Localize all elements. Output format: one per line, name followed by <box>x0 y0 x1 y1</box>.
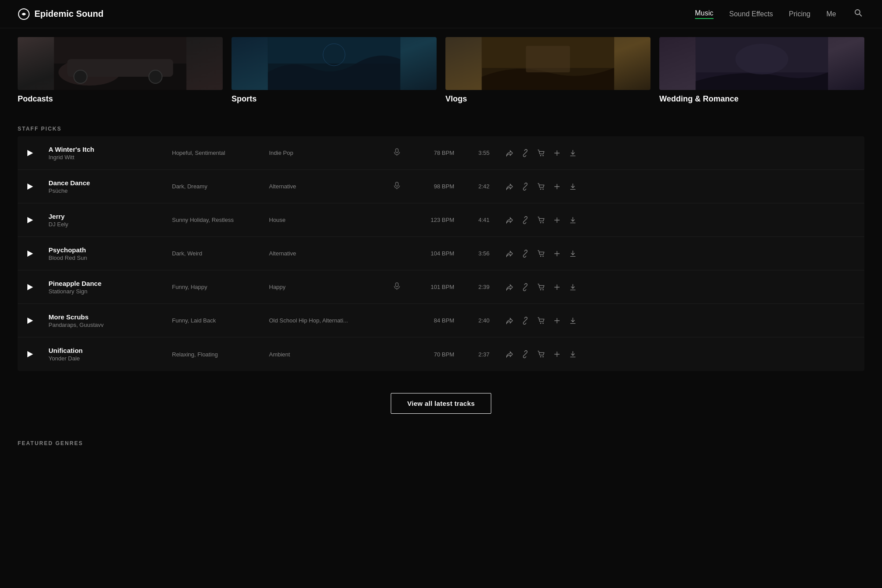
track-genre-5: Old School Hip Hop, Alternati... <box>269 317 384 324</box>
share-button-1[interactable] <box>505 182 514 191</box>
svg-point-40 <box>540 289 542 290</box>
track-artist-0: Ingrid Witt <box>49 154 172 161</box>
track-info-4: Pineapple Dance Stationary Sign <box>49 280 172 295</box>
staff-picks-section: STAFF PICKS A Winter's Itch Ingrid Witt … <box>0 121 882 380</box>
svg-rect-38 <box>396 283 398 287</box>
add-button-6[interactable] <box>552 349 562 359</box>
track-mood-5: Funny, Laid Back <box>172 317 269 324</box>
track-title-2: Jerry <box>49 213 172 220</box>
category-label-vlogs: Vlogs <box>445 94 650 104</box>
featured-genres-section: FEATURED GENRES <box>0 436 882 460</box>
cart-button-6[interactable] <box>536 349 546 359</box>
share-button-4[interactable] <box>505 282 514 292</box>
add-button-2[interactable] <box>552 215 562 225</box>
table-row[interactable]: Unification Yonder Dale Relaxing, Floati… <box>18 337 864 371</box>
vlogs-thumb-image <box>445 37 650 90</box>
svg-point-20 <box>540 155 542 156</box>
download-button-0[interactable] <box>568 148 578 158</box>
track-mood-6: Relaxing, Floating <box>172 351 269 358</box>
search-button[interactable] <box>852 7 864 21</box>
track-actions-0 <box>490 148 578 158</box>
track-actions-5 <box>490 316 578 326</box>
play-icon <box>27 184 33 190</box>
svg-rect-14 <box>526 46 570 72</box>
link-button-5[interactable] <box>520 316 530 326</box>
nav-link-pricing[interactable]: Pricing <box>789 10 811 18</box>
svg-point-7 <box>74 70 87 83</box>
play-button-5[interactable] <box>22 313 38 329</box>
track-actions-6 <box>490 349 578 359</box>
track-genre-0: Indie Pop <box>269 150 384 156</box>
play-button-4[interactable] <box>22 279 38 295</box>
add-button-1[interactable] <box>552 182 562 191</box>
track-artist-1: Psüche <box>49 187 172 194</box>
add-button-3[interactable] <box>552 249 562 258</box>
link-button-0[interactable] <box>520 148 530 158</box>
category-card-vlogs[interactable]: Vlogs <box>445 37 650 104</box>
share-button-0[interactable] <box>505 148 514 158</box>
share-button-6[interactable] <box>505 349 514 359</box>
svg-point-35 <box>542 255 544 257</box>
nav-link-sound-effects[interactable]: Sound Effects <box>729 10 773 18</box>
track-info-6: Unification Yonder Dale <box>49 347 172 362</box>
mic-icon-4 <box>384 282 410 292</box>
track-duration-6: 2:37 <box>454 351 490 358</box>
play-button-0[interactable] <box>22 145 38 161</box>
cart-button-3[interactable] <box>536 249 546 258</box>
cart-button-0[interactable] <box>536 148 546 158</box>
mic-icon-0 <box>384 148 410 158</box>
logo-text: Epidemic Sound <box>34 9 104 19</box>
cart-button-5[interactable] <box>536 316 546 326</box>
logo[interactable]: Epidemic Sound <box>18 8 104 20</box>
table-row[interactable]: Jerry DJ Eely Sunny Holiday, Restless Ho… <box>18 203 864 237</box>
category-card-wedding[interactable]: Wedding & Romance <box>659 37 864 104</box>
category-card-sports[interactable]: Sports <box>232 37 437 104</box>
link-button-4[interactable] <box>520 282 530 292</box>
play-button-2[interactable] <box>22 212 38 228</box>
table-row[interactable]: Psychopath Blood Red Sun Dark, Weird Alt… <box>18 237 864 270</box>
svg-point-30 <box>540 222 542 223</box>
add-button-4[interactable] <box>552 282 562 292</box>
table-row[interactable]: Dance Dance Psüche Dark, Dreamy Alternat… <box>18 170 864 203</box>
download-button-5[interactable] <box>568 316 578 326</box>
add-button-0[interactable] <box>552 148 562 158</box>
play-icon <box>27 150 33 156</box>
track-title-6: Unification <box>49 347 172 354</box>
cart-button-4[interactable] <box>536 282 546 292</box>
add-button-5[interactable] <box>552 316 562 326</box>
search-icon <box>854 8 863 17</box>
link-button-6[interactable] <box>520 349 530 359</box>
table-row[interactable]: A Winter's Itch Ingrid Witt Hopeful, Sen… <box>18 136 864 170</box>
table-row[interactable]: Pineapple Dance Stationary Sign Funny, H… <box>18 270 864 304</box>
track-duration-0: 3:55 <box>454 150 490 156</box>
play-button-6[interactable] <box>22 346 38 362</box>
track-info-5: More Scrubs Pandaraps, Guustavv <box>49 313 172 328</box>
track-duration-4: 2:39 <box>454 284 490 290</box>
table-row[interactable]: More Scrubs Pandaraps, Guustavv Funny, L… <box>18 304 864 337</box>
download-button-1[interactable] <box>568 182 578 191</box>
download-button-6[interactable] <box>568 349 578 359</box>
wedding-thumb-image <box>659 37 864 90</box>
play-button-1[interactable] <box>22 179 38 195</box>
view-all-tracks-button[interactable]: View all latest tracks <box>391 393 491 414</box>
category-section: Podcasts Sports <box>0 28 882 121</box>
play-icon <box>27 284 33 290</box>
link-button-1[interactable] <box>520 182 530 191</box>
download-button-4[interactable] <box>568 282 578 292</box>
share-button-2[interactable] <box>505 215 514 225</box>
download-button-2[interactable] <box>568 215 578 225</box>
share-button-5[interactable] <box>505 316 514 326</box>
play-button-3[interactable] <box>22 246 38 262</box>
nav-link-music[interactable]: Music <box>695 9 714 19</box>
podcasts-thumb-image <box>18 37 223 90</box>
share-button-3[interactable] <box>505 249 514 258</box>
link-button-2[interactable] <box>520 215 530 225</box>
download-button-3[interactable] <box>568 249 578 258</box>
nav-link-me[interactable]: Me <box>826 10 836 18</box>
cart-button-2[interactable] <box>536 215 546 225</box>
track-genre-1: Alternative <box>269 183 384 190</box>
link-button-3[interactable] <box>520 249 530 258</box>
category-card-podcasts[interactable]: Podcasts <box>18 37 223 104</box>
cart-button-1[interactable] <box>536 182 546 191</box>
track-artist-4: Stationary Sign <box>49 288 172 295</box>
